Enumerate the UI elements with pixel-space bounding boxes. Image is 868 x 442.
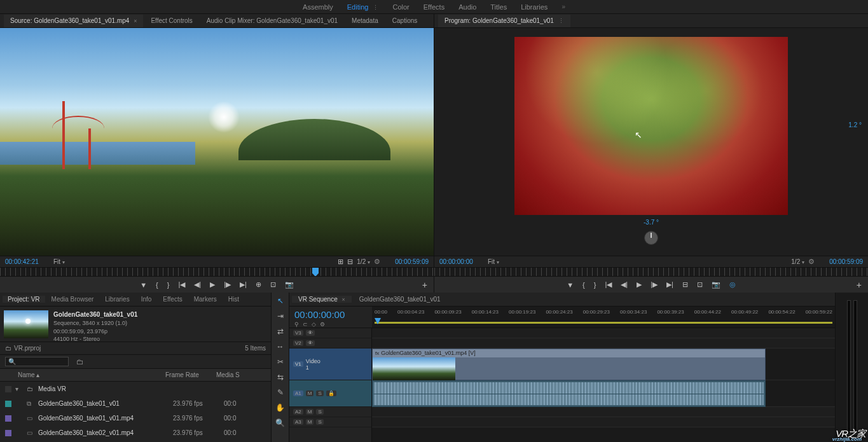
step-forward-icon[interactable]: |▶: [651, 280, 658, 289]
settings-icon[interactable]: ⚙: [808, 258, 815, 266]
workspace-overflow-icon[interactable]: »: [561, 3, 565, 10]
source-zoom-dropdown[interactable]: 1/2 ▾: [357, 258, 370, 265]
slip-tool-icon[interactable]: ⇆: [277, 371, 284, 383]
effect-controls-tab[interactable]: Effect Controls: [144, 15, 198, 27]
settings-icon[interactable]: ⚙: [374, 258, 380, 266]
markers-tab[interactable]: Markers: [189, 296, 222, 303]
track-content[interactable]: fxGoldenGate360_take01_v01.mp4 [V]: [372, 328, 835, 442]
workspace-tab-libraries[interactable]: Libraries: [521, 3, 548, 11]
step-back-icon[interactable]: ◀|: [194, 280, 201, 289]
workspace-tab-audio[interactable]: Audio: [458, 3, 476, 11]
project-row-item[interactable]: ▭GoldenGate360_take02_v01.mp423.976 fps0…: [0, 425, 271, 440]
close-icon[interactable]: ⋮: [558, 18, 564, 24]
overwrite-icon[interactable]: ⊡: [270, 280, 276, 289]
go-to-in-icon[interactable]: |◀: [178, 280, 185, 289]
export-frame-icon[interactable]: 📷: [285, 280, 294, 289]
program-tab[interactable]: Program: GoldenGate360_take01_v01 ⋮: [438, 15, 570, 27]
workspace-tab-assembly[interactable]: Assembly: [303, 3, 333, 11]
captions-tab[interactable]: Captions: [386, 15, 424, 27]
settings-icon[interactable]: ⚙: [320, 321, 325, 328]
safe-margins-icon[interactable]: ⊞: [338, 258, 343, 266]
extract-icon[interactable]: ⊡: [697, 280, 703, 289]
out-point-icon[interactable]: ⊟: [347, 258, 353, 266]
razor-tool-icon[interactable]: ✂: [277, 356, 284, 368]
program-zoom-dropdown[interactable]: 1/2 ▾: [791, 258, 804, 265]
linked-selection-icon[interactable]: ⊂: [303, 321, 308, 328]
zoom-tool-icon[interactable]: 🔍: [275, 417, 285, 429]
export-frame-icon[interactable]: 📷: [712, 280, 720, 289]
ripple-edit-tool-icon[interactable]: ⇄: [277, 326, 284, 337]
preview-info: GoldenGate360_take01_v01 Sequence, 3840 …: [53, 310, 137, 338]
track-header-v2[interactable]: V2👁: [289, 338, 371, 349]
add-button-icon[interactable]: +: [857, 280, 862, 290]
track-header-a2[interactable]: A2MS: [289, 407, 371, 417]
track-header-a3[interactable]: A3MS: [289, 417, 371, 427]
history-tab[interactable]: Hist: [223, 296, 244, 303]
video-clip[interactable]: fxGoldenGate360_take01_v01.mp4 [V]: [372, 349, 766, 380]
selection-tool-icon[interactable]: ↖: [277, 295, 284, 307]
timeline-ruler[interactable]: 00:0000:00:04:2300:00:09:2300:00:14:2300…: [372, 307, 835, 328]
track-header-v1[interactable]: V1Video 1: [289, 349, 371, 380]
pen-tool-icon[interactable]: ✎: [277, 387, 284, 398]
program-fit-dropdown[interactable]: Fit ▾: [488, 258, 499, 265]
media-browser-tab[interactable]: Media Browser: [46, 296, 99, 303]
project-row-item[interactable]: ▭GoldenGate360_take01_v01.mp423.976 fps0…: [0, 411, 271, 425]
new-bin-icon[interactable]: 🗀: [76, 357, 84, 366]
libraries-tab[interactable]: Libraries: [100, 296, 134, 303]
vr-rotation-knob[interactable]: [644, 231, 658, 245]
play-icon[interactable]: ▶: [637, 280, 642, 289]
workspace-tab-effects[interactable]: Effects: [424, 3, 444, 11]
add-marker-icon[interactable]: ▼: [140, 281, 147, 289]
step-forward-icon[interactable]: |▶: [224, 280, 231, 289]
program-monitor[interactable]: 1.2 ° ↖ -3.7 °: [434, 28, 868, 256]
insert-icon[interactable]: ⊕: [256, 280, 261, 289]
effects-tab[interactable]: Effects: [158, 296, 187, 303]
add-marker-icon[interactable]: ▼: [567, 281, 574, 289]
snap-icon[interactable]: ⚲: [294, 321, 299, 328]
audio-meter-left: [847, 300, 851, 434]
track-select-tool-icon[interactable]: ⇥: [277, 310, 284, 322]
source-tab[interactable]: Source: GoldenGate360_take01_v01.mp4 ×: [4, 15, 143, 27]
rate-stretch-tool-icon[interactable]: ↔: [277, 341, 284, 352]
source-monitor[interactable]: [0, 28, 434, 256]
info-tab[interactable]: Info: [136, 296, 157, 303]
source-time-ruler[interactable]: [0, 267, 434, 276]
audio-clip-mixer-tab[interactable]: Audio Clip Mixer: GoldenGate360_take01_v…: [200, 15, 344, 27]
go-to-in-icon[interactable]: |◀: [605, 280, 612, 289]
play-icon[interactable]: ▶: [210, 280, 215, 289]
metadata-tab[interactable]: Metadata: [345, 15, 385, 27]
track-header-a1[interactable]: A1MS🔒: [289, 380, 371, 407]
audio-clip[interactable]: [372, 380, 766, 407]
go-to-out-icon[interactable]: ▶|: [666, 280, 673, 289]
program-timecode-in[interactable]: 00:00:00:00: [439, 258, 484, 265]
source-fit-dropdown[interactable]: Fit ▾: [53, 258, 65, 265]
project-row-item[interactable]: ⧉GoldenGate360_take01_v0123.976 fps00:0: [0, 396, 271, 411]
marker-icon[interactable]: ◇: [312, 321, 316, 328]
add-button-icon[interactable]: +: [422, 280, 427, 290]
vr-display-icon[interactable]: ◎: [729, 280, 736, 289]
workspace-tab-titles[interactable]: Titles: [490, 3, 507, 11]
workspace-tab-editing[interactable]: Editing ⋮: [347, 3, 379, 11]
close-icon[interactable]: ×: [134, 18, 137, 24]
track-header-v3[interactable]: V3👁: [289, 328, 371, 338]
search-input[interactable]: [5, 357, 69, 366]
timeline-tab[interactable]: GoldenGate360_take01_v01: [353, 296, 447, 303]
mark-in-icon[interactable]: {: [582, 281, 585, 289]
hand-tool-icon[interactable]: ✋: [275, 402, 285, 413]
step-back-icon[interactable]: ◀|: [621, 280, 628, 289]
source-timecode-in[interactable]: 00:00:42:21: [5, 258, 50, 265]
mark-out-icon[interactable]: }: [167, 281, 170, 289]
timeline-tab[interactable]: VR Sequence ×: [292, 296, 352, 303]
playhead-icon[interactable]: [312, 268, 319, 277]
program-time-ruler[interactable]: [434, 267, 868, 276]
project-row-folder[interactable]: ▾🗀Media VR: [0, 382, 271, 396]
go-to-out-icon[interactable]: ▶|: [240, 280, 247, 289]
project-columns-header[interactable]: Name ▴ Frame Rate Media S: [0, 369, 271, 382]
lift-icon[interactable]: ⊟: [682, 280, 688, 289]
vr-angle-y: -3.7 °: [644, 219, 659, 226]
timeline-timecode[interactable]: 00:00:00:00: [294, 309, 367, 320]
mark-in-icon[interactable]: {: [156, 281, 158, 289]
project-tab[interactable]: Project: VR: [3, 296, 45, 303]
workspace-tab-color[interactable]: Color: [392, 3, 409, 11]
mark-out-icon[interactable]: }: [594, 281, 596, 289]
